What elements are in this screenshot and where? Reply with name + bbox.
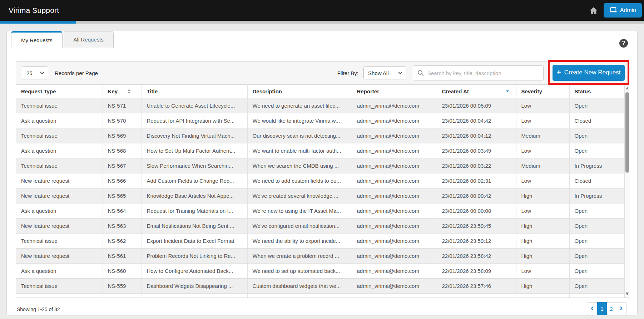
table-cell: Low	[516, 113, 569, 128]
admin-button-label: Admin	[620, 7, 636, 14]
column-header-reporter[interactable]: Reporter	[352, 85, 437, 98]
search-input[interactable]	[413, 65, 544, 80]
column-header-status[interactable]: Status	[569, 85, 624, 98]
table-cell: Medium	[516, 158, 569, 173]
table-row[interactable]: Technical issueNS-571Unable to Generate …	[16, 98, 624, 113]
column-header-key[interactable]: Key	[103, 85, 142, 98]
table-row[interactable]: Technical issueNS-567Slow Performance Wh…	[16, 158, 624, 173]
table-cell: Closed	[569, 113, 624, 128]
top-navbar: Virima Support Admin	[0, 0, 644, 21]
table-cell: Low	[516, 143, 569, 158]
sort-both-icon[interactable]	[128, 89, 130, 94]
table-cell: Open	[569, 219, 624, 234]
tab-bar: My Requests All Requests	[11, 31, 114, 48]
laptop-icon	[609, 7, 617, 14]
table-cell: admin_virima@demo.com	[352, 143, 437, 158]
chevron-left-icon: ‹	[591, 303, 594, 313]
table-row[interactable]: New feature requestNS-563Email Notificat…	[16, 219, 624, 234]
column-header-description[interactable]: Description	[247, 85, 352, 98]
column-header-severity[interactable]: Severity	[516, 85, 569, 98]
table-cell: Ask a question	[16, 264, 103, 279]
table-cell: NS-571	[103, 98, 142, 113]
table-row[interactable]: Technical issueNS-559Dashboard Widgets D…	[16, 279, 624, 294]
table-cell: admin_virima@demo.com	[352, 279, 437, 294]
tab-all-requests[interactable]: All Requests	[64, 31, 114, 48]
table-cell: NS-567	[103, 158, 142, 173]
table-cell: 23/01/2026 00:04:42	[437, 113, 516, 128]
table-cell: Medium	[516, 128, 569, 143]
table-cell: Technical issue	[16, 128, 103, 143]
search-icon	[417, 69, 424, 78]
table-cell: NS-566	[103, 173, 142, 188]
filter-select[interactable]: Show All	[363, 67, 406, 79]
table-row[interactable]: New feature requestNS-566Add Custom Fiel…	[16, 173, 624, 188]
page-number: 1	[600, 306, 603, 312]
table-row[interactable]: Ask a questionNS-564Request for Training…	[16, 203, 624, 219]
table-cell: Custom dashboard widgets that we...	[247, 279, 352, 294]
table-cell: NS-562	[103, 234, 142, 249]
table-cell: We need to generate an asset lifec...	[247, 98, 352, 113]
home-icon[interactable]	[589, 6, 598, 15]
table-cell: Add Custom Fields to Change Req...	[142, 173, 247, 188]
table-row[interactable]: New feature requestNS-565Knowledge Base …	[16, 188, 624, 203]
table-cell: 22/01/2026 23:58:09	[437, 264, 516, 279]
column-label: Request Type	[21, 88, 56, 94]
column-header-created-at[interactable]: Created At	[437, 85, 516, 98]
table-row[interactable]: Ask a questionNS-570Request for API Inte…	[16, 113, 624, 128]
navbar-accent-strip	[0, 21, 644, 24]
table-row[interactable]: Ask a questionNS-560How to Configure Aut…	[16, 264, 624, 279]
table-cell: In Progress	[569, 188, 624, 203]
table-cell: Low	[516, 203, 569, 219]
plus-icon: +	[556, 68, 561, 77]
table-cell: 23/01/2026 00:00:42	[437, 188, 516, 203]
table-cell	[142, 294, 247, 298]
annotation-red-box: + Create New Request	[548, 60, 629, 85]
table-cell: Open	[569, 249, 624, 264]
table-cell: New feature request	[16, 249, 103, 264]
column-header-request-type[interactable]: Request Type	[16, 85, 103, 98]
table-cell: 23/01/2026 00:05:09	[437, 98, 516, 113]
pagination-prev-button[interactable]: ‹	[587, 302, 598, 315]
records-per-page-label: Records per Page	[55, 70, 98, 76]
table-cell	[516, 294, 569, 298]
table-cell: How to Set Up Multi-Factor Authent...	[142, 143, 247, 158]
table-cell: Export Incident Data to Excel Format	[142, 234, 247, 249]
tab-my-requests[interactable]: My Requests	[11, 31, 63, 48]
table-cell: High	[516, 188, 569, 203]
table-cell: Open	[569, 203, 624, 219]
column-header-title[interactable]: Title	[142, 85, 247, 98]
table-cell: NS-564	[103, 203, 142, 219]
table-cell: Low	[516, 98, 569, 113]
create-new-request-button[interactable]: + Create New Request	[553, 65, 625, 81]
tab-all-requests-label: All Requests	[74, 36, 104, 43]
pagination-next-button[interactable]: ›	[616, 302, 626, 315]
create-new-request-label: Create New Request	[564, 69, 621, 76]
scroll-down-icon[interactable]	[626, 293, 629, 295]
help-glyph: ?	[622, 40, 625, 46]
page-number: 2	[610, 306, 613, 312]
table-cell: We need to add custom fields to ou...	[247, 173, 352, 188]
table-cell: Open	[569, 98, 624, 113]
help-icon[interactable]: ?	[619, 39, 628, 48]
table-cell: Request for API Integration with Se...	[142, 113, 247, 128]
table-row[interactable]: Technical issueNS-562Export Incident Dat…	[16, 234, 624, 249]
table-row[interactable]: Technical issueNS-569Discovery Not Findi…	[16, 128, 624, 143]
table-scrollbar[interactable]	[624, 84, 630, 298]
scrollbar-thumb[interactable]	[625, 92, 629, 173]
table-cell: Closed	[569, 173, 624, 188]
table-cell: We would like to integrate Virima w...	[247, 113, 352, 128]
scroll-up-icon[interactable]	[626, 87, 629, 89]
page-size-select[interactable]: 25	[22, 67, 48, 79]
table-cell: Knowledge Base Articles Not Appe...	[142, 188, 247, 203]
table-cell: Technical issue	[16, 234, 103, 249]
table-cell: Ask a question	[16, 143, 103, 158]
table-row[interactable]: Ask a questionNS-568How to Set Up Multi-…	[16, 143, 624, 158]
admin-button[interactable]: Admin	[604, 3, 642, 18]
pagination-page-2[interactable]: 2	[606, 302, 616, 315]
pagination-page-1[interactable]: 1	[597, 302, 607, 315]
app-title: Virima Support	[9, 6, 59, 15]
table-cell: Open	[569, 234, 624, 249]
table-row[interactable]: New feature requestNS-561Problem Records…	[16, 249, 624, 264]
pagination: ‹ 1 2 ›	[587, 302, 626, 315]
table-cell: High	[516, 279, 569, 294]
